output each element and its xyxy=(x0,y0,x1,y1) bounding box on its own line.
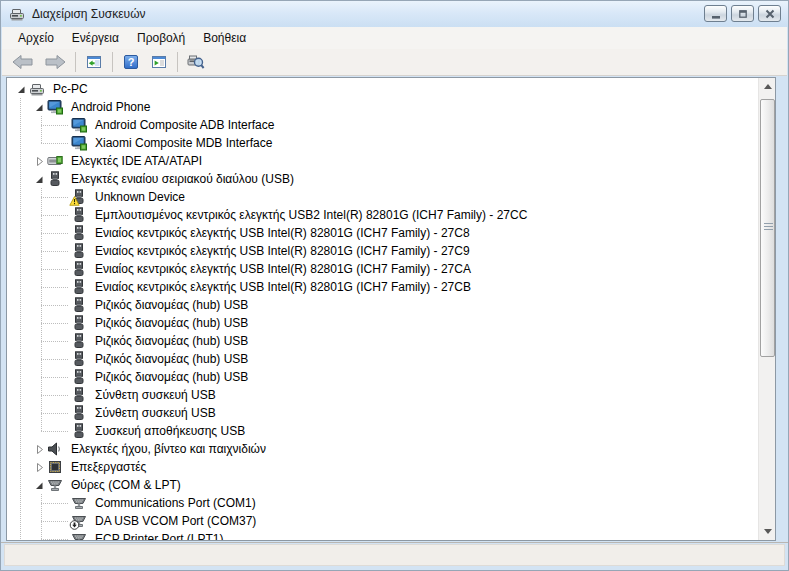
expander-arrow-collapsed-icon[interactable] xyxy=(31,459,47,475)
expander-arrow-expanded-icon[interactable] xyxy=(31,99,47,115)
tree-item[interactable]: ECP Printer Port (LPT1) xyxy=(7,530,758,541)
menu-action[interactable]: Ενέργεια xyxy=(63,28,128,48)
tree-item[interactable]: Ελεγκτές ήχου, βίντεο και παιχνιδιών xyxy=(7,440,758,458)
device-tree: Pc-PCAndroid PhoneAndroid Composite ADB … xyxy=(7,80,758,541)
vertical-scrollbar[interactable] xyxy=(758,78,775,540)
help-button[interactable]: ? xyxy=(118,51,144,73)
back-button[interactable] xyxy=(8,51,38,73)
tree-guide-line xyxy=(13,296,31,314)
scrollbar-thumb[interactable] xyxy=(760,99,775,357)
usb-icon xyxy=(71,333,87,349)
scrollbar-grip-icon xyxy=(764,223,773,232)
menu-help[interactable]: Βοήθεια xyxy=(194,28,255,48)
tree-item[interactable]: Ελεγκτές ενιαίου σειριακού διαύλου (USB) xyxy=(7,170,758,188)
scroll-up-icon xyxy=(764,84,772,89)
scroll-up-button[interactable] xyxy=(759,78,776,95)
audio-icon xyxy=(47,441,63,457)
tree-item-label: ECP Printer Port (LPT1) xyxy=(93,532,225,541)
expander-arrow-expanded-icon[interactable] xyxy=(31,171,47,187)
tree-item[interactable]: Ενιαίος κεντρικός ελεγκτής USB Intel(R) … xyxy=(7,224,758,242)
adb-icon xyxy=(71,135,87,151)
tree-item[interactable]: Android Composite ADB Interface xyxy=(7,116,758,134)
status-separator xyxy=(1,542,788,543)
tree-item[interactable]: DA USB VCOM Port (COM37) xyxy=(7,512,758,530)
usb-icon xyxy=(71,387,87,403)
tree-item[interactable]: Communications Port (COM1) xyxy=(7,494,758,512)
tree-item[interactable]: Εμπλουτισμένος κεντρικός ελεγκτής USB2 I… xyxy=(7,206,758,224)
tree-item-label: Ριζικός διανομέας (hub) USB xyxy=(93,370,250,384)
usb-icon xyxy=(71,279,87,295)
scroll-down-icon xyxy=(764,529,772,534)
port-icon xyxy=(71,495,87,511)
expander-arrow-expanded-icon[interactable] xyxy=(31,477,47,493)
tree-item-label: Android Phone xyxy=(69,100,152,114)
tree-item[interactable]: Σύνθετη συσκευή USB xyxy=(7,386,758,404)
toolbar: ? xyxy=(2,49,787,76)
tree-guide-connector xyxy=(31,260,71,278)
minimize-button[interactable] xyxy=(704,5,727,22)
tree-guide-line xyxy=(13,206,31,224)
expander-arrow-collapsed-icon[interactable] xyxy=(31,441,47,457)
tree-guide-line xyxy=(13,116,31,134)
toolbar-separator xyxy=(112,52,113,72)
tree-guide-line xyxy=(13,98,31,116)
tree-item[interactable]: Συσκευή αποθήκευσης USB xyxy=(7,422,758,440)
tree-guide-connector xyxy=(31,296,71,314)
tree-item-label: Communications Port (COM1) xyxy=(93,496,258,510)
forward-button[interactable] xyxy=(40,51,70,73)
expander-arrow-expanded-icon[interactable] xyxy=(13,81,29,97)
tree-item-label: Unknown Device xyxy=(93,190,187,204)
tree-item-label: Ριζικός διανομέας (hub) USB xyxy=(93,352,250,366)
tree-item[interactable]: Ριζικός διανομέας (hub) USB xyxy=(7,350,758,368)
computer-icon xyxy=(29,81,45,97)
tree-item[interactable]: Ριζικός διανομέας (hub) USB xyxy=(7,296,758,314)
tree-item[interactable]: Θύρες (COM & LPT) xyxy=(7,476,758,494)
show-properties-button[interactable] xyxy=(146,51,172,73)
tree-guide-line xyxy=(13,458,31,476)
tree-guide-line xyxy=(13,188,31,206)
tree-item[interactable]: Επεξεργαστές xyxy=(7,458,758,476)
tree-guide-connector xyxy=(31,530,71,541)
adb-icon xyxy=(47,99,63,115)
title-bar[interactable]: Διαχείριση Συσκευών xyxy=(1,1,788,27)
tree-guide-line xyxy=(13,350,31,368)
expander-arrow-collapsed-icon[interactable] xyxy=(31,153,47,169)
tree-guide-line xyxy=(13,134,31,152)
toolbar-separator xyxy=(177,52,178,72)
restore-button[interactable] xyxy=(731,5,754,22)
scan-hardware-changes-button[interactable] xyxy=(183,51,209,73)
tree-item-label: Ελεγκτές IDE ATA/ATAPI xyxy=(69,154,204,168)
tree-item-label: Θύρες (COM & LPT) xyxy=(69,478,183,492)
tree-item[interactable]: Ριζικός διανομέας (hub) USB xyxy=(7,314,758,332)
tree-guide-connector xyxy=(31,386,71,404)
tree-guide-line xyxy=(13,368,31,386)
tree-item[interactable]: Unknown Device xyxy=(7,188,758,206)
tree-item-label: Ενιαίος κεντρικός ελεγκτής USB Intel(R) … xyxy=(93,280,473,294)
scroll-down-button[interactable] xyxy=(759,523,776,540)
tree-item-label: Σύνθετη συσκευή USB xyxy=(93,388,218,402)
menu-file[interactable]: Αρχείο xyxy=(9,28,63,48)
device-manager-window: Διαχείριση Συσκευών Αρχείο Ενέργεια Προβ… xyxy=(0,0,789,571)
tree-item[interactable]: Ριζικός διανομέας (hub) USB xyxy=(7,332,758,350)
tree-item[interactable]: Ενιαίος κεντρικός ελεγκτής USB Intel(R) … xyxy=(7,242,758,260)
port-icon xyxy=(71,513,87,529)
close-button[interactable] xyxy=(758,5,781,22)
toolbar-separator xyxy=(75,52,76,72)
menu-view[interactable]: Προβολή xyxy=(128,28,194,48)
tree-guide-line xyxy=(13,422,31,440)
tree-item-label: Επεξεργαστές xyxy=(69,460,148,474)
tree-item[interactable]: Xiaomi Composite MDB Interface xyxy=(7,134,758,152)
tree-item[interactable]: Σύνθετη συσκευή USB xyxy=(7,404,758,422)
tree-guide-connector xyxy=(31,404,71,422)
tree-guide-line xyxy=(13,314,31,332)
tree-item[interactable]: Ελεγκτές IDE ATA/ATAPI xyxy=(7,152,758,170)
tree-item[interactable]: Ενιαίος κεντρικός ελεγκτής USB Intel(R) … xyxy=(7,260,758,278)
tree-item[interactable]: Ριζικός διανομέας (hub) USB xyxy=(7,368,758,386)
tree-guide-line xyxy=(13,332,31,350)
usb-icon xyxy=(71,261,87,277)
show-console-tree-button[interactable] xyxy=(81,51,107,73)
tree-item[interactable]: Ενιαίος κεντρικός ελεγκτής USB Intel(R) … xyxy=(7,278,758,296)
tree-item[interactable]: Android Phone xyxy=(7,98,758,116)
tree-item[interactable]: Pc-PC xyxy=(7,80,758,98)
tree-guide-line xyxy=(13,224,31,242)
